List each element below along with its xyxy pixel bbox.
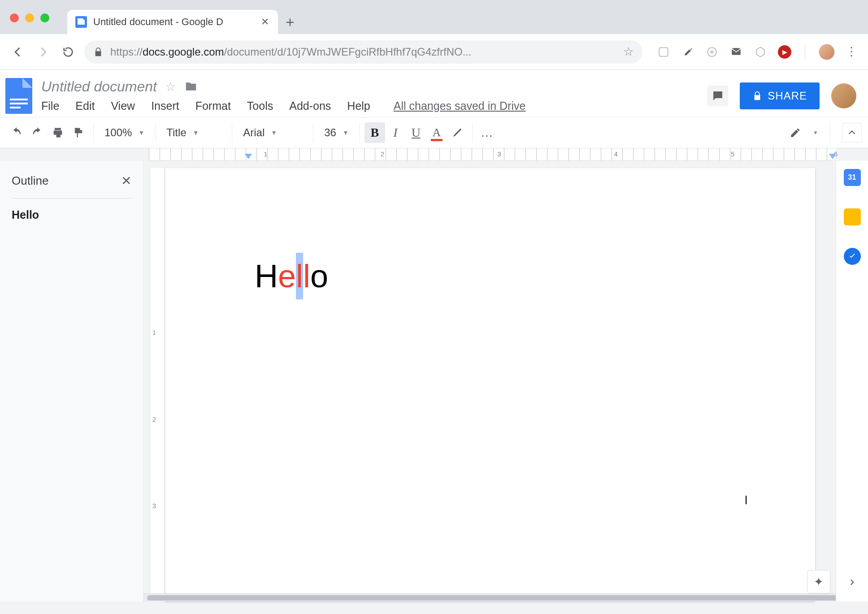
save-status[interactable]: All changes saved in Drive (394, 99, 526, 112)
text-cursor-icon: I (744, 493, 748, 507)
caret-down-icon: ▼ (343, 129, 349, 136)
tab-title: Untitled document - Google D (93, 16, 223, 28)
comments-button[interactable] (707, 86, 728, 106)
browser-tab[interactable]: Untitled document - Google D ✕ (67, 10, 278, 34)
account-avatar[interactable] (831, 83, 856, 108)
star-document-icon[interactable]: ☆ (165, 79, 176, 94)
text-color-button[interactable]: A (426, 122, 447, 143)
share-button[interactable]: SHARE (740, 82, 820, 109)
paragraph-style-select[interactable]: Title▼ (160, 122, 227, 143)
document-title[interactable]: Untitled document (41, 78, 157, 95)
close-outline-icon[interactable]: ✕ (121, 173, 131, 188)
side-panel: 31 › (836, 161, 868, 601)
lock-icon (752, 91, 762, 101)
caret-down-icon: ▼ (138, 129, 144, 136)
docs-favicon-icon (75, 16, 87, 28)
text-color-indicator (431, 139, 443, 141)
paint-format-button[interactable] (68, 122, 89, 143)
hex-extension-icon[interactable] (754, 45, 767, 59)
new-tab-button[interactable]: + (278, 10, 302, 34)
bookmark-star-icon[interactable]: ☆ (623, 45, 634, 59)
menu-tools[interactable]: Tools (247, 99, 273, 112)
caret-down-icon[interactable]: ▼ (813, 130, 818, 136)
svg-point-2 (711, 50, 714, 53)
document-text[interactable]: Hello (255, 258, 793, 294)
tasks-addon-icon[interactable] (844, 248, 861, 265)
horizontal-scrollbar[interactable] (143, 593, 836, 601)
caret-down-icon: ▼ (271, 129, 277, 136)
profile-avatar[interactable] (819, 44, 835, 60)
right-indent-marker[interactable] (829, 154, 836, 159)
browser-menu-button[interactable]: ⋮ (846, 45, 857, 59)
move-folder-icon[interactable] (184, 80, 198, 93)
extension-divider (805, 44, 805, 60)
menu-insert[interactable]: Insert (151, 99, 179, 112)
explore-button[interactable]: ✦ (807, 570, 830, 593)
outline-title: Outline (12, 174, 48, 188)
menu-format[interactable]: Format (195, 99, 231, 112)
nav-reload-button[interactable] (59, 43, 77, 61)
lock-icon (93, 47, 103, 57)
more-toolbar-button[interactable]: … (477, 122, 498, 143)
address-bar[interactable]: https://docs.google.com/document/d/10j7W… (84, 40, 642, 64)
share-label: SHARE (768, 90, 807, 102)
extension-icon[interactable] (657, 45, 670, 59)
outline-item[interactable]: Hello (12, 208, 131, 221)
menu-view[interactable]: View (111, 99, 135, 112)
menu-addons[interactable]: Add-ons (289, 99, 331, 112)
nav-forward-button[interactable] (34, 43, 52, 61)
svg-rect-0 (659, 48, 668, 56)
window-minimize-button[interactable] (25, 13, 34, 22)
keep-addon-icon[interactable] (844, 208, 861, 225)
menu-edit[interactable]: Edit (75, 99, 95, 112)
caret-down-icon: ▼ (193, 129, 199, 136)
mail-extension-icon[interactable] (729, 45, 743, 59)
bold-button[interactable]: B (365, 122, 385, 143)
undo-button[interactable] (6, 122, 27, 143)
nav-back-button[interactable] (9, 43, 27, 61)
print-button[interactable] (48, 122, 68, 143)
window-maximize-button[interactable] (40, 13, 49, 22)
document-page[interactable]: Hello I (165, 168, 815, 601)
redo-button[interactable] (27, 122, 48, 143)
window-close-button[interactable] (10, 13, 19, 22)
underline-button[interactable]: U (406, 122, 426, 143)
highlight-color-button[interactable] (447, 122, 468, 143)
italic-button[interactable]: I (385, 122, 406, 143)
editing-mode-button[interactable] (785, 122, 806, 143)
side-panel-collapse-icon[interactable]: › (850, 574, 855, 589)
eyedropper-extension-icon[interactable] (681, 45, 694, 59)
horizontal-ruler[interactable]: 1 2 3 4 5 6 (149, 148, 836, 161)
menubar: File Edit View Insert Format Tools Add-o… (41, 99, 707, 117)
calendar-addon-icon[interactable]: 31 (844, 169, 861, 186)
play-extension-icon[interactable]: ▶ (778, 45, 791, 59)
vertical-ruler[interactable]: 1 2 3 (151, 168, 165, 601)
font-size-select[interactable]: 36▼ (318, 122, 355, 143)
zoom-select[interactable]: 100%▼ (98, 122, 151, 143)
collapse-toolbar-button[interactable] (842, 123, 862, 143)
tab-close-icon[interactable]: ✕ (261, 16, 269, 28)
outline-panel: Outline ✕ Hello (0, 161, 143, 601)
url-text: https://docs.google.com/document/d/10j7W… (110, 46, 472, 58)
docs-logo-icon[interactable] (5, 78, 32, 114)
menu-file[interactable]: File (41, 99, 59, 112)
menu-help[interactable]: Help (347, 99, 370, 112)
circle-extension-icon[interactable] (705, 45, 719, 59)
left-indent-marker[interactable] (245, 154, 252, 159)
font-family-select[interactable]: Arial▼ (237, 122, 308, 143)
